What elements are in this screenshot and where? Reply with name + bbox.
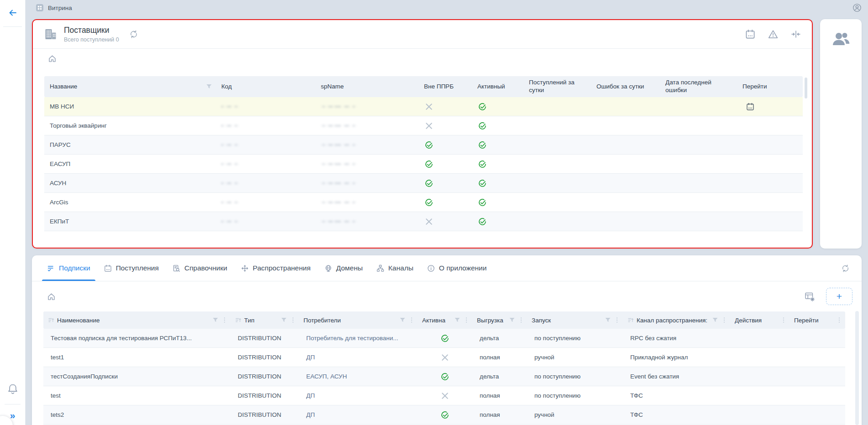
empty-cell	[660, 135, 737, 154]
refresh-icon[interactable]	[841, 264, 850, 273]
collapse-panel-icon[interactable]	[791, 29, 801, 39]
column-header-last-error[interactable]: Дата последней ошибки	[660, 76, 737, 97]
redacted-text: ·▪··▪▪·▪▪▪ ·▪▪· ▪·	[321, 142, 357, 147]
subscription-row[interactable]: test1 DISTRIBUTION ДП полная ручной Прик…	[43, 348, 845, 367]
column-header-go[interactable]: Перейти	[790, 311, 845, 329]
column-header-consumers[interactable]: Потребители	[299, 311, 418, 329]
kebab-menu-icon[interactable]	[408, 317, 415, 323]
filter-icon[interactable]	[605, 317, 611, 323]
supplier-row[interactable]: МВ НСИ ▪··▪▪ ·▪· ·▪··▪▪·▪▪▪ ·▪▪· ▪·	[44, 97, 803, 116]
filter-icon[interactable]	[212, 317, 219, 323]
go-to-calendar-button[interactable]	[737, 97, 803, 116]
sort-icon[interactable]	[48, 317, 54, 323]
user-profile-icon[interactable]	[852, 3, 862, 12]
outside-pprb-status-icon	[418, 212, 472, 231]
tab-domains[interactable]: Домены	[318, 255, 370, 281]
supplier-row[interactable]: ЕКПиТ ▪··▪▪ ·▪· ·▪··▪▪·▪▪▪ ·▪▪· ▪·	[44, 212, 803, 231]
column-header-errors[interactable]: Ошибок за сутки	[591, 76, 660, 97]
subscription-row[interactable]: Тестовая подписка для тестирования РСПиТ…	[43, 329, 845, 348]
empty-cell	[591, 135, 660, 154]
users-icon[interactable]	[831, 29, 851, 49]
active-status-icon	[472, 155, 523, 173]
bell-icon[interactable]	[0, 382, 25, 396]
filter-icon[interactable]	[281, 317, 287, 323]
app-title: Витрина	[48, 5, 72, 11]
tab-receipts[interactable]: Поступления	[97, 255, 166, 281]
column-header-receipts[interactable]: Поступлений за сутки	[523, 76, 591, 97]
list-check-icon	[47, 264, 55, 272]
kebab-menu-icon[interactable]	[290, 317, 296, 323]
subscription-channel: RPC без сжатия	[623, 329, 730, 347]
tab-distributions[interactable]: Распространения	[234, 255, 318, 281]
sort-icon[interactable]	[627, 317, 634, 323]
kebab-menu-icon[interactable]	[780, 317, 787, 323]
empty-cell	[737, 155, 803, 173]
supplier-code: ▪··▪▪ ·▪·	[216, 174, 315, 192]
supplier-row[interactable]: Торговый эквайринг ▪··▪▪ ·▪· ·▪··▪▪·▪▪▪ …	[44, 116, 803, 135]
tab-about[interactable]: О приложении	[420, 255, 494, 281]
kebab-menu-icon[interactable]	[463, 317, 470, 323]
column-header-upload[interactable]: Выгрузка	[472, 311, 527, 329]
active-status-icon	[472, 97, 523, 116]
supplier-row[interactable]: ПАРУС ▪··▪▪ ·▪· ·▪··▪▪·▪▪▪ ·▪▪· ▪·	[44, 135, 803, 155]
tab-channels[interactable]: Каналы	[370, 255, 420, 281]
column-header-channel[interactable]: Канал распространения:	[623, 311, 730, 329]
subscription-upload: полная	[472, 405, 527, 424]
empty-cell	[660, 174, 737, 192]
subscription-row[interactable]: тестСозданияПодписки DISTRIBUTION ЕАСУП,…	[43, 367, 845, 386]
redacted-text: ·▪··▪▪·▪▪▪ ·▪▪· ▪·	[321, 161, 357, 166]
scrollbar-thumb[interactable]	[805, 78, 807, 98]
empty-cell	[790, 405, 845, 424]
sort-icon[interactable]	[235, 317, 241, 323]
top-app-bar: Витрина	[25, 0, 868, 16]
suppliers-panel-header: Поставщики Всего поступлений 0	[33, 20, 812, 49]
active-status-icon	[418, 367, 472, 386]
supplier-row[interactable]: ЕАСУП ▪··▪▪ ·▪· ·▪··▪▪·▪▪▪ ·▪▪· ▪·	[44, 155, 803, 174]
scrollbar-track[interactable]	[855, 311, 859, 425]
kebab-menu-icon[interactable]	[221, 317, 228, 323]
column-header-code[interactable]: Код	[216, 76, 315, 97]
subscription-channel: Event без сжатия	[623, 367, 730, 386]
supplier-row[interactable]: ArcGis ▪··▪▪ ·▪· ·▪··▪▪·▪▪▪ ·▪▪· ▪·	[44, 193, 803, 212]
column-header-outside-pprb[interactable]: Вне ППРБ	[418, 76, 472, 97]
filter-icon[interactable]	[509, 317, 515, 323]
kebab-menu-icon[interactable]	[836, 317, 842, 323]
calendar-icon[interactable]	[745, 29, 755, 39]
column-header-launch[interactable]: Запуск	[527, 311, 623, 329]
tab-label: Каналы	[388, 264, 413, 272]
add-subscription-button[interactable]: +	[826, 288, 852, 305]
back-arrow-icon[interactable]	[0, 5, 25, 21]
subscription-name: tets2	[43, 405, 230, 424]
column-header-name[interactable]: Наименование	[43, 311, 230, 329]
filter-icon[interactable]	[712, 317, 718, 323]
empty-cell	[523, 193, 591, 212]
column-settings-icon[interactable]	[805, 291, 815, 302]
kebab-menu-icon[interactable]	[614, 317, 620, 323]
column-header-type[interactable]: Тип	[230, 311, 299, 329]
column-header-go[interactable]: Перейти	[737, 76, 803, 97]
refresh-icon[interactable]	[129, 30, 138, 39]
tab-directories[interactable]: Справочники	[166, 255, 234, 281]
subscription-row[interactable]: test DISTRIBUTION ДП полная по поступлен…	[43, 386, 845, 405]
home-icon[interactable]	[47, 292, 56, 301]
supplier-spname: ·▪··▪▪·▪▪▪ ·▪▪· ▪·	[315, 135, 418, 154]
column-header-name[interactable]: Название	[44, 76, 216, 97]
warning-icon[interactable]	[768, 29, 778, 39]
tab-subscriptions[interactable]: Подписки	[40, 255, 97, 281]
filter-icon[interactable]	[399, 317, 406, 323]
subscription-row[interactable]: tets2 DISTRIBUTION ДП полная ручной ТФС	[43, 405, 845, 425]
filter-icon[interactable]	[454, 317, 460, 323]
column-header-active[interactable]: Активна	[418, 311, 472, 329]
redacted-text: ▪··▪▪ ·▪·	[221, 123, 239, 128]
empty-cell	[523, 155, 591, 173]
filter-icon[interactable]	[206, 83, 212, 90]
column-header-active[interactable]: Активный	[472, 76, 523, 97]
active-status-icon	[418, 386, 472, 405]
empty-cell	[790, 329, 845, 347]
kebab-menu-icon[interactable]	[518, 317, 524, 323]
supplier-row[interactable]: АСУН ▪··▪▪ ·▪· ·▪··▪▪·▪▪▪ ·▪▪· ▪·	[44, 174, 803, 193]
kebab-menu-icon[interactable]	[721, 317, 727, 323]
column-header-spname[interactable]: spName	[315, 76, 418, 97]
home-icon[interactable]	[48, 54, 812, 63]
column-header-actions[interactable]: Действия	[730, 311, 790, 329]
